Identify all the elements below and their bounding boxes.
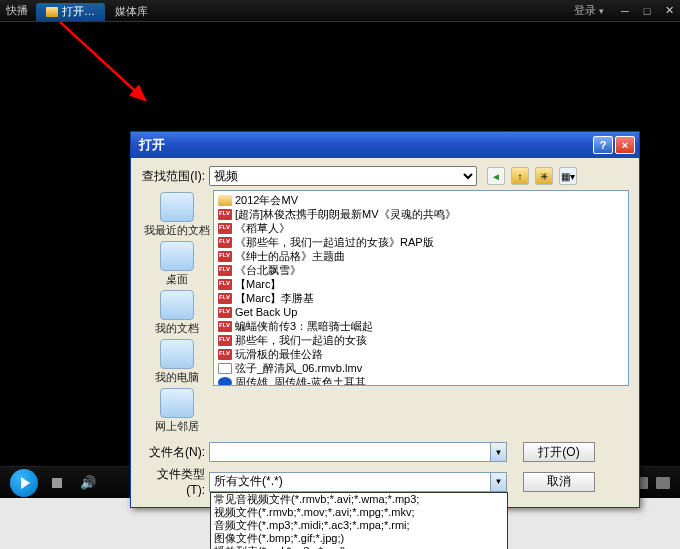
- filetype-label: 文件类型(T):: [141, 466, 209, 497]
- file-item[interactable]: 2012年会MV: [216, 193, 626, 207]
- mycomputer-icon: [160, 339, 194, 369]
- file-item-name: 《台北飘雪》: [235, 263, 301, 278]
- file-item[interactable]: 《稻草人》: [216, 221, 626, 235]
- file-item-name: 【Marc】: [235, 277, 281, 292]
- place-mydocs[interactable]: 我的文档: [155, 290, 199, 336]
- file-item[interactable]: 玩滑板的最佳公路: [216, 347, 626, 361]
- lookin-label: 查找范围(I):: [141, 168, 209, 185]
- filetype-option[interactable]: 播放列表(*.qpl;*.m3u;*.wpl): [211, 545, 507, 550]
- maximize-button[interactable]: □: [638, 4, 656, 18]
- minimize-button[interactable]: ─: [616, 4, 634, 18]
- video-area: 打开 ? × 查找范围(I): 视频 ◄ ↑ ✳ ▦▾: [0, 22, 680, 466]
- nav-newfolder-icon[interactable]: ✳: [535, 167, 553, 185]
- flv-icon: [218, 307, 232, 318]
- lookin-select[interactable]: 视频: [209, 166, 477, 186]
- file-item[interactable]: 周传雄_周传雄-蓝色土耳其: [216, 375, 626, 386]
- file-item-name: 蝙蝠侠前传3：黑暗骑士崛起: [235, 319, 373, 334]
- filetype-option[interactable]: 音频文件(*.mp3;*.midi;*.ac3;*.mpa;*.rmi;: [211, 519, 507, 532]
- file-item[interactable]: 《那些年，我们一起追过的女孩》RAP版: [216, 235, 626, 249]
- file-item-name: 周传雄_周传雄-蓝色土耳其: [235, 375, 366, 387]
- file-item-name: 《那些年，我们一起追过的女孩》RAP版: [235, 235, 434, 250]
- open-dialog: 打开 ? × 查找范围(I): 视频 ◄ ↑ ✳ ▦▾: [130, 131, 640, 508]
- filename-input[interactable]: ▼: [209, 442, 507, 462]
- login-link[interactable]: 登录: [574, 3, 604, 18]
- place-mycomputer[interactable]: 我的电脑: [155, 339, 199, 385]
- dialog-close-button[interactable]: ×: [615, 136, 635, 154]
- file-item-name: 《绅士的品格》主题曲: [235, 249, 345, 264]
- file-item[interactable]: 【Marc】: [216, 277, 626, 291]
- flv-icon: [218, 251, 232, 262]
- flv-icon: [218, 335, 232, 346]
- file-item[interactable]: 《台北飘雪》: [216, 263, 626, 277]
- app-titlebar: 快播 打开… 媒体库 登录 ─ □ ✕: [0, 0, 680, 22]
- recent-icon: [160, 192, 194, 222]
- filetype-option[interactable]: 常见音视频文件(*.rmvb;*.avi;*.wma;*.mp3;: [211, 493, 507, 506]
- file-item-name: 【Marc】李勝基: [235, 291, 314, 306]
- filename-label: 文件名(N):: [141, 444, 209, 461]
- file-item[interactable]: 那些年，我们一起追的女孩: [216, 333, 626, 347]
- close-app-button[interactable]: ✕: [660, 4, 678, 18]
- annotation-arrow: [30, 22, 190, 122]
- folder-icon: [218, 195, 232, 206]
- open-button[interactable]: 打开(O): [523, 442, 595, 462]
- file-item-name: 那些年，我们一起追的女孩: [235, 333, 367, 348]
- place-desktop[interactable]: 桌面: [160, 241, 194, 287]
- dialog-title: 打开: [139, 136, 165, 154]
- flv-icon: [218, 279, 232, 290]
- nav-viewmenu-icon[interactable]: ▦▾: [559, 167, 577, 185]
- dialog-help-button[interactable]: ?: [593, 136, 613, 154]
- filetype-value: 所有文件(*.*): [214, 473, 283, 490]
- flv-icon: [218, 293, 232, 304]
- file-list[interactable]: 2012年会MV[超清]林俊杰携手朗朗最新MV《灵魂的共鸣》《稻草人》《那些年，…: [213, 190, 629, 386]
- file-item[interactable]: 《绅士的品格》主题曲: [216, 249, 626, 263]
- file-item[interactable]: 蝙蝠侠前传3：黑暗骑士崛起: [216, 319, 626, 333]
- stop-button[interactable]: [52, 478, 62, 488]
- file-item[interactable]: 弦子_醉清风_06.rmvb.lmv: [216, 361, 626, 375]
- dialog-titlebar[interactable]: 打开 ? ×: [131, 132, 639, 158]
- network-icon: [160, 388, 194, 418]
- file-item[interactable]: [超清]林俊杰携手朗朗最新MV《灵魂的共鸣》: [216, 207, 626, 221]
- place-recent[interactable]: 我最近的文档: [144, 192, 210, 238]
- file-item-name: 《稻草人》: [235, 221, 290, 236]
- nav-up-icon[interactable]: ↑: [511, 167, 529, 185]
- file-item[interactable]: Get Back Up: [216, 305, 626, 319]
- play-button[interactable]: [10, 469, 38, 497]
- tab-library-label: 媒体库: [115, 4, 148, 19]
- file-item-name: 玩滑板的最佳公路: [235, 347, 323, 362]
- chevron-down-icon[interactable]: ▼: [490, 443, 506, 461]
- nav-back-icon[interactable]: ◄: [487, 167, 505, 185]
- tab-open[interactable]: 打开…: [36, 3, 105, 21]
- tab-library[interactable]: 媒体库: [105, 3, 158, 21]
- filetype-option[interactable]: 视频文件(*.rmvb;*.mov;*.avi;*.mpg;*.mkv;: [211, 506, 507, 519]
- places-bar: 我最近的文档 桌面 我的文档 我的电脑 网上邻居: [141, 190, 213, 434]
- filetype-dropdown: 常见音视频文件(*.rmvb;*.avi;*.wma;*.mp3;视频文件(*.…: [210, 492, 508, 550]
- svg-line-0: [60, 22, 145, 100]
- flv-icon: [218, 209, 232, 220]
- volume-icon[interactable]: 🔊: [80, 475, 96, 490]
- mydocs-icon: [160, 290, 194, 320]
- file-item-name: 2012年会MV: [235, 193, 298, 208]
- list-icon: [218, 363, 232, 374]
- flv-icon: [218, 349, 232, 360]
- folder-icon: [46, 7, 58, 17]
- filetype-select[interactable]: 所有文件(*.*) ▼ 常见音视频文件(*.rmvb;*.avi;*.wma;*…: [209, 472, 507, 492]
- file-item-name: Get Back Up: [235, 306, 297, 318]
- flv-icon: [218, 223, 232, 234]
- tab-open-label: 打开…: [62, 4, 95, 19]
- place-network[interactable]: 网上邻居: [155, 388, 199, 434]
- chevron-down-icon[interactable]: ▼: [490, 473, 506, 491]
- filetype-option[interactable]: 图像文件(*.bmp;*.gif;*.jpg;): [211, 532, 507, 545]
- desktop-icon: [160, 241, 194, 271]
- file-item-name: 弦子_醉清风_06.rmvb.lmv: [235, 361, 362, 376]
- flv-icon: [218, 265, 232, 276]
- toolbar-icon-3[interactable]: [656, 477, 670, 489]
- file-item-name: [超清]林俊杰携手朗朗最新MV《灵魂的共鸣》: [235, 207, 456, 222]
- flv-icon: [218, 321, 232, 332]
- rm-icon: [218, 377, 232, 387]
- file-item[interactable]: 【Marc】李勝基: [216, 291, 626, 305]
- app-title: 快播: [6, 3, 28, 18]
- flv-icon: [218, 237, 232, 248]
- cancel-button[interactable]: 取消: [523, 472, 595, 492]
